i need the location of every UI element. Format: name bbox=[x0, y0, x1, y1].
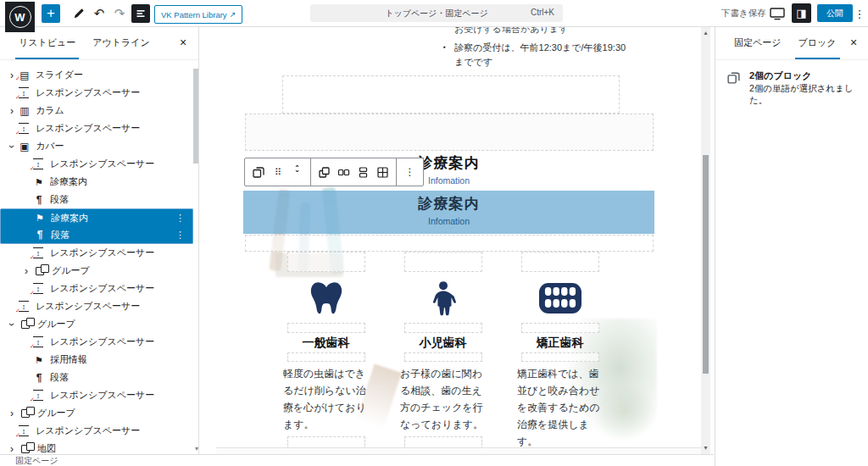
list-view-item[interactable]: › ▥ カラム bbox=[0, 102, 193, 119]
list-view-item[interactable]: › グループ bbox=[0, 262, 193, 280]
drag-handle[interactable]: ⠿ bbox=[268, 160, 287, 184]
scroll-down-icon[interactable]: ▾ bbox=[701, 444, 710, 452]
list-view-item[interactable]: › グループ bbox=[0, 404, 193, 422]
column-general-dentistry[interactable]: 一般歯科 軽度の虫歯はできるだけ削らない治療を心がけております。 bbox=[281, 252, 370, 449]
list-view-item[interactable]: › 地図 bbox=[0, 440, 193, 454]
undo-button[interactable]: ↶ bbox=[90, 4, 108, 23]
editor-canvas[interactable]: お受けする場合があります ▪ 診察の受付は、午前12:30まで/午後19:30ま… bbox=[199, 26, 701, 454]
list-view-item[interactable]: › グループ bbox=[0, 315, 193, 333]
add-block-button[interactable]: + bbox=[42, 4, 60, 23]
list-view-item[interactable]: › ✓▤ スライダー bbox=[0, 66, 193, 84]
row-transform-button[interactable] bbox=[334, 160, 353, 184]
list-view-item[interactable]: › ✓↕ レスポンシブスペーサー bbox=[0, 119, 193, 137]
section-heading-selected[interactable]: 診療案内 bbox=[243, 191, 654, 213]
spacer-block-placeholder[interactable] bbox=[521, 352, 599, 362]
column-text[interactable]: お子様の歯に関わる相談、歯の生え方のチェックを行なっております。 bbox=[400, 365, 486, 433]
list-view-item[interactable]: › ⚑ 診療案内 bbox=[0, 173, 193, 191]
column-pediatric-dentistry[interactable]: 小児歯科 お子様の歯に関わる相談、歯の生え方のチェックを行なっております。 bbox=[398, 252, 487, 449]
spacer-block-placeholder[interactable] bbox=[287, 323, 365, 333]
expander-icon[interactable]: › bbox=[5, 408, 19, 419]
block-options-icon[interactable]: ⋮ bbox=[175, 213, 192, 224]
selected-section-heading[interactable]: 診療案内 Infomation bbox=[243, 191, 654, 234]
group-block-icon bbox=[21, 409, 30, 418]
column-text[interactable]: 軽度の虫歯はできるだけ削らない治療を心がけております。 bbox=[283, 365, 369, 433]
spacer-block-placeholder[interactable] bbox=[287, 352, 365, 362]
expander-icon[interactable]: › bbox=[6, 140, 18, 153]
group-button[interactable] bbox=[314, 160, 334, 184]
tab-page[interactable]: 固定ページ bbox=[726, 26, 790, 59]
stack-transform-button[interactable] bbox=[353, 160, 373, 184]
block-options-icon[interactable]: ⋮ bbox=[175, 230, 192, 241]
section-subheading-selected[interactable]: Infomation bbox=[243, 216, 654, 226]
list-view-item[interactable]: › ✓↕ レスポンシブスペーサー bbox=[0, 280, 193, 297]
expander-icon[interactable]: › bbox=[19, 265, 33, 277]
canvas-scrollbar-thumb[interactable] bbox=[703, 155, 709, 374]
column-text[interactable]: 矯正歯科では、歯並びと咬み合わせを改善するための治療を提供します。 bbox=[517, 365, 603, 450]
expander-icon[interactable]: › bbox=[6, 318, 18, 331]
spacer-block-placeholder[interactable] bbox=[282, 75, 620, 114]
clipped-list-text[interactable]: お受けする場合があります bbox=[454, 26, 654, 36]
breadcrumb-label[interactable]: 固定ページ bbox=[15, 455, 58, 466]
settings-panel-toggle[interactable]: ◨ bbox=[792, 3, 811, 23]
redo-button[interactable]: ↷ bbox=[110, 4, 129, 23]
list-view-item[interactable]: › ▣ カバー bbox=[0, 137, 193, 155]
sidebar-scroll-down-icon[interactable]: ▾ bbox=[195, 445, 198, 452]
spacer-block-placeholder[interactable] bbox=[404, 323, 482, 333]
spacer-block-icon: ✓↕ bbox=[19, 87, 29, 98]
save-draft-button[interactable]: 下書き保存 bbox=[721, 8, 766, 19]
wordpress-logo-button[interactable]: W bbox=[5, 2, 35, 32]
spacer-block-placeholder[interactable] bbox=[287, 252, 365, 272]
spacer-block-icon: ✓↕ bbox=[19, 301, 29, 312]
block-mover[interactable]: ˆ ˇ bbox=[287, 160, 307, 184]
list-view-item[interactable]: › ✓↕ レスポンシブスペーサー bbox=[0, 244, 193, 262]
close-list-view-icon[interactable]: × bbox=[175, 34, 192, 51]
preview-button[interactable] bbox=[767, 4, 787, 23]
spacer-block-placeholder[interactable] bbox=[404, 352, 482, 362]
list-view-item[interactable]: › ✓↕ レスポンシブスペーサー bbox=[0, 422, 193, 440]
spacer-block-placeholder[interactable] bbox=[245, 114, 654, 151]
vk-pattern-library-button[interactable]: VK Pattern Library ↗ bbox=[154, 5, 242, 24]
list-view-item[interactable]: › ✓↕ レスポンシブスペーサー bbox=[0, 84, 193, 102]
column-title[interactable]: 小児歯科 bbox=[420, 335, 467, 351]
canvas-scrollbar[interactable]: ▴ ▾ bbox=[701, 26, 710, 454]
grid-transform-button[interactable] bbox=[373, 160, 392, 184]
block-label: 診療案内 bbox=[51, 212, 88, 225]
list-view-item[interactable]: › ¶ 段落 bbox=[0, 369, 193, 386]
close-settings-icon[interactable]: × bbox=[845, 34, 862, 51]
column-title[interactable]: 矯正歯科 bbox=[537, 335, 584, 351]
scroll-up-icon[interactable]: ▴ bbox=[701, 29, 710, 36]
column-title[interactable]: 一般歯科 bbox=[303, 335, 350, 351]
tab-block[interactable]: ブロック bbox=[790, 26, 845, 59]
publish-button[interactable]: 公開 bbox=[817, 4, 853, 22]
cover-block-icon: ▣ bbox=[19, 141, 31, 152]
spacer-block-icon: ✓↕ bbox=[33, 247, 43, 258]
column-orthodontics[interactable]: 矯正歯科 矯正歯科では、歯並びと咬み合わせを改善するための治療を提供します。 bbox=[515, 252, 604, 454]
spacer-block-placeholder[interactable] bbox=[245, 235, 654, 252]
spacer-block-placeholder[interactable] bbox=[521, 252, 599, 272]
next-section-edge bbox=[216, 447, 701, 454]
block-options-menu-icon[interactable]: ⋮ bbox=[400, 160, 420, 184]
spacer-block-placeholder[interactable] bbox=[521, 323, 599, 333]
list-item[interactable]: ▪ 診察の受付は、午前12:30まで/午後19:30までです bbox=[443, 41, 638, 69]
expander-icon[interactable]: › bbox=[5, 105, 19, 117]
edit-tool-button[interactable] bbox=[70, 4, 88, 23]
list-view-item[interactable]: › ¶ 段落 bbox=[0, 191, 193, 208]
options-menu-icon[interactable]: ⋮ bbox=[853, 4, 866, 23]
list-view-item[interactable]: › ¶ 段落 ⋮ bbox=[0, 226, 193, 244]
document-title-button[interactable]: トップページ・固定ページ Ctrl+K bbox=[310, 4, 563, 22]
list-view-item[interactable]: › ✓↕ レスポンシブスペーサー bbox=[0, 297, 193, 315]
list-view-item[interactable]: › ⚑ 採用情報 bbox=[0, 351, 193, 369]
list-view-item[interactable]: › ✓↕ レスポンシブスペーサー bbox=[0, 386, 193, 404]
list-item-text[interactable]: 診察の受付は、午前12:30まで/午後19:30までです bbox=[454, 41, 631, 69]
spacer-block-placeholder[interactable] bbox=[404, 252, 482, 272]
list-view-item[interactable]: › ✓↕ レスポンシブスペーサー bbox=[0, 155, 193, 173]
list-view-item[interactable]: › ✓↕ レスポンシブスペーサー bbox=[0, 333, 193, 351]
list-view-item[interactable]: › ⚑ 診療案内 ⋮ bbox=[0, 208, 193, 226]
move-down-icon[interactable]: ˇ bbox=[296, 172, 298, 177]
multi-block-type-button[interactable] bbox=[248, 160, 268, 184]
tab-outline[interactable]: アウトライン bbox=[84, 26, 159, 59]
list-view-button[interactable] bbox=[131, 4, 150, 23]
expander-icon[interactable]: › bbox=[5, 443, 19, 455]
sidebar-scrollbar-thumb[interactable] bbox=[193, 69, 198, 164]
document-breadcrumb: 固定ページ bbox=[0, 454, 714, 466]
